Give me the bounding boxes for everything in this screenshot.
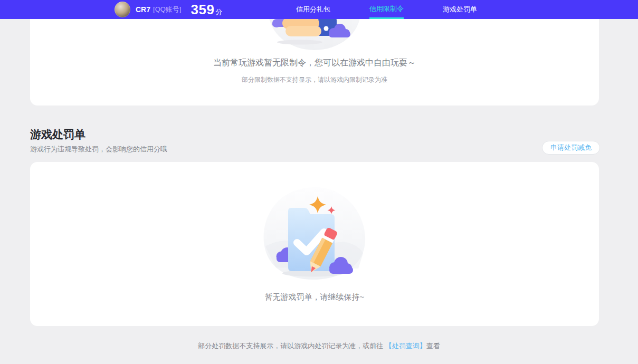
penalty-footer-note: 部分处罚数据不支持展示，请以游戏内处罚记录为准，或前往 【处罚查询】查看 [0, 341, 638, 351]
page: 当前常玩游戏暂无限制令，您可以在游戏中自由玩耍～ 部分限制数据不支持显示，请以游… [0, 0, 638, 364]
top-navigation-bar: CR7 [QQ账号] 359 分 信用分礼包 信用限制令 游戏处罚单 [0, 0, 638, 19]
penalty-section-subtitle: 游戏行为违规导致处罚，会影响您的信用分哦 [30, 145, 167, 154]
penalty-empty-text: 暂无游戏罚单，请继续保持~ [30, 292, 599, 302]
penalty-section-title: 游戏处罚单 [30, 127, 85, 142]
penalty-card: 暂无游戏罚单，请继续保持~ [30, 162, 599, 326]
nav-tabs: 信用分礼包 信用限制令 游戏处罚单 [296, 0, 477, 19]
empty-penalty-illustration [254, 183, 375, 283]
tab-credit-restriction[interactable]: 信用限制令 [369, 0, 404, 19]
user-name: CR7 [136, 5, 150, 14]
apply-penalty-relief-button[interactable]: 申请处罚减免 [542, 141, 600, 155]
restriction-empty-text: 当前常玩游戏暂无限制令，您可以在游戏中自由玩耍～ [30, 58, 599, 69]
footer-text-after: 查看 [426, 342, 440, 350]
tab-credit-gift[interactable]: 信用分礼包 [296, 0, 330, 19]
penalty-query-link[interactable]: 【处罚查询】 [385, 342, 426, 350]
user-avatar[interactable] [115, 2, 130, 17]
credit-score: 359 分 [191, 2, 222, 18]
restriction-note-text: 部分限制数据不支持显示，请以游戏内限制记录为准 [30, 75, 599, 84]
user-info: CR7 [QQ账号] 359 分 [115, 0, 222, 19]
footer-text-before: 部分处罚数据不支持展示，请以游戏内处罚记录为准，或前往 [198, 342, 385, 350]
hand-icon [282, 17, 321, 36]
tab-game-penalty[interactable]: 游戏处罚单 [443, 0, 477, 19]
credit-score-value: 359 [191, 2, 214, 18]
credit-score-unit: 分 [215, 7, 222, 17]
no-restriction-illustration [262, 17, 367, 54]
account-type-label: [QQ账号] [153, 5, 181, 14]
